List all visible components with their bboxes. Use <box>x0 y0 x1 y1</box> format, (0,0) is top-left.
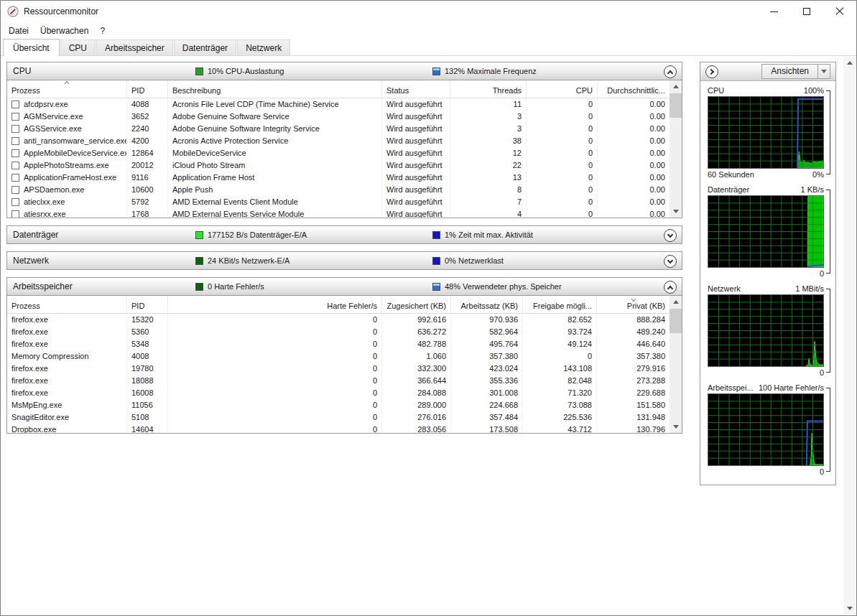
scrollbar-thumb[interactable] <box>670 309 682 333</box>
table-row[interactable]: AppleMobileDeviceService.exe12864MobileD… <box>7 147 670 159</box>
scroll-down-icon[interactable] <box>843 602 856 615</box>
table-row[interactable]: firefox.exe197800332.300423.024143.10827… <box>7 363 670 375</box>
cell: 0 <box>523 350 597 363</box>
table-row[interactable]: firefox.exe53480482.788495.76449.124446.… <box>7 338 670 350</box>
memory-table-scrollbar[interactable] <box>670 296 682 433</box>
menu-item-berwachen[interactable]: Überwachen <box>34 24 94 38</box>
table-row[interactable]: atieclxx.exe5792AMD External Events Clie… <box>7 196 670 208</box>
cell: 4200 <box>127 135 168 147</box>
column-header-6[interactable]: Privat (KB) <box>597 296 670 313</box>
cell: 0 <box>527 208 598 218</box>
scroll-up-icon[interactable] <box>843 57 856 69</box>
table-row[interactable]: SnagitEditor.exe51080276.016357.484225.5… <box>7 411 670 424</box>
graph-plot <box>708 195 824 268</box>
network-io-legend: 24 KBit/s Netzwerk-E/A <box>195 256 289 265</box>
close-icon <box>835 7 844 16</box>
column-header-3[interactable]: Status <box>382 80 450 98</box>
cpu-frequency-legend-icon <box>432 67 440 75</box>
row-checkbox[interactable] <box>11 101 19 108</box>
row-checkbox[interactable] <box>11 149 19 157</box>
cpu-collapse-button[interactable] <box>664 65 677 78</box>
row-checkbox[interactable] <box>11 174 19 182</box>
cell: 4088 <box>127 98 168 111</box>
column-header-4[interactable]: Threads <box>450 80 527 98</box>
disk-section-header[interactable]: Datenträger 177152 B/s Datenträger-E/A 1… <box>6 225 682 244</box>
cell: 0.00 <box>598 147 670 159</box>
memory-collapse-button[interactable] <box>664 281 677 294</box>
column-header-3[interactable]: Zugesichert (KB) <box>382 296 451 313</box>
row-checkbox[interactable] <box>11 186 19 194</box>
cell: 888.284 <box>597 314 670 326</box>
table-row[interactable]: Dropbox.exe146040283.056173.50843.712130… <box>7 424 670 433</box>
table-row[interactable]: atiesrxx.exe1768AMD External Events Serv… <box>7 208 670 218</box>
memory-section-header[interactable]: Arbeitsspeicher 0 Harte Fehler/s 48% Ver… <box>6 277 682 296</box>
scroll-down-icon[interactable] <box>670 205 682 218</box>
row-checkbox[interactable] <box>11 162 19 169</box>
scale-bracket <box>826 90 830 174</box>
table-row[interactable]: ApplePhotoStreams.exe20012iCloud Photo S… <box>7 159 670 172</box>
cell: 12864 <box>127 147 168 159</box>
scroll-down-icon[interactable] <box>670 421 682 433</box>
table-row[interactable]: MsMpEng.exe110560289.000224.66873.088151… <box>7 399 670 411</box>
table-row[interactable]: firefox.exe153200992.616970.93682.652888… <box>7 314 670 326</box>
cpu-table-scrollbar[interactable] <box>670 80 682 218</box>
network-section-header[interactable]: Netzwerk 24 KBit/s Netzwerk-E/A 0% Netzw… <box>6 251 682 270</box>
cell: atieclxx.exe <box>7 196 127 208</box>
tab-netzwerk[interactable]: Netzwerk <box>237 39 290 55</box>
column-header-1[interactable]: PID <box>127 296 168 313</box>
cell: 0 <box>527 159 598 172</box>
table-row[interactable]: AGMService.exe3652Adobe Genuine Software… <box>7 111 670 123</box>
cell: 332.300 <box>382 363 451 375</box>
views-button[interactable]: Ansichten <box>761 64 830 79</box>
table-row[interactable]: firefox.exe180880366.644355.33682.048273… <box>7 375 670 387</box>
tab-arbeitsspeicher[interactable]: Arbeitsspeicher <box>96 39 173 55</box>
table-row[interactable]: Memory Compression400801.060357.3800357.… <box>7 350 670 363</box>
column-header-1[interactable]: PID <box>127 80 168 98</box>
minimize-button[interactable] <box>757 1 790 22</box>
cell: 582.964 <box>451 326 523 338</box>
table-row[interactable]: firefox.exe53600636.272582.96493.724489.… <box>7 326 670 338</box>
table-row[interactable]: APSDaemon.exe10600Apple PushWird ausgefü… <box>7 184 670 196</box>
column-header-4[interactable]: Arbeitssatz (KB) <box>451 296 523 313</box>
column-header-2[interactable]: Harte Fehler/s <box>168 296 382 313</box>
row-checkbox[interactable] <box>11 137 19 145</box>
cell: 0.00 <box>598 98 670 111</box>
sort-asc-icon <box>64 81 69 86</box>
tab-übersicht[interactable]: Übersicht <box>3 39 60 56</box>
window-scrollbar[interactable] <box>843 57 856 615</box>
cell: Wird ausgeführt <box>382 208 450 218</box>
views-dropdown-arrow[interactable] <box>817 65 830 78</box>
tab-cpu[interactable]: CPU <box>60 39 96 55</box>
row-checkbox[interactable] <box>11 125 19 133</box>
row-checkbox[interactable] <box>11 198 19 206</box>
scroll-up-icon[interactable] <box>670 296 682 308</box>
maximize-button[interactable] <box>790 1 823 22</box>
column-header-0[interactable]: Prozess <box>7 296 127 313</box>
cell: 366.644 <box>382 375 451 387</box>
menu-item-datei[interactable]: Datei <box>3 24 34 38</box>
row-checkbox[interactable] <box>11 113 19 121</box>
sidebar-collapse-button[interactable] <box>705 65 718 78</box>
column-header-0[interactable]: Prozess <box>7 80 127 98</box>
cell: APSDaemon.exe <box>7 184 127 196</box>
tab-datenträger[interactable]: Datenträger <box>174 39 236 55</box>
row-checkbox[interactable] <box>11 210 19 218</box>
close-button[interactable] <box>823 1 856 22</box>
cell: 82.652 <box>523 314 597 326</box>
table-row[interactable]: firefox.exe160080284.088301.00871.320229… <box>7 387 670 399</box>
disk-expand-button[interactable] <box>664 229 677 242</box>
column-header-6[interactable]: Durchschnittlic... <box>598 80 670 98</box>
menu-item-?[interactable]: ? <box>94 24 111 38</box>
table-row[interactable]: ApplicationFrameHost.exe9116Application … <box>7 172 670 184</box>
column-header-5[interactable]: CPU <box>527 80 598 98</box>
column-header-2[interactable]: Beschreibung <box>168 80 382 98</box>
column-header-5[interactable]: Freigabe mögli... <box>523 296 597 313</box>
table-row[interactable]: afcdpsrv.exe4088Acronis File Level CDP (… <box>7 98 670 111</box>
scroll-up-icon[interactable] <box>670 80 682 93</box>
table-row[interactable]: AGSService.exe2240Adobe Genuine Software… <box>7 123 670 135</box>
table-row[interactable]: anti_ransomware_service.exe4200Acronis A… <box>7 135 670 147</box>
graph-scale-bottom: 0% <box>812 170 824 179</box>
network-expand-button[interactable] <box>664 255 677 268</box>
cpu-section-header[interactable]: CPU 10% CPU-Auslastung 132% Maximale Fre… <box>6 62 682 80</box>
scrollbar-thumb[interactable] <box>670 93 682 118</box>
